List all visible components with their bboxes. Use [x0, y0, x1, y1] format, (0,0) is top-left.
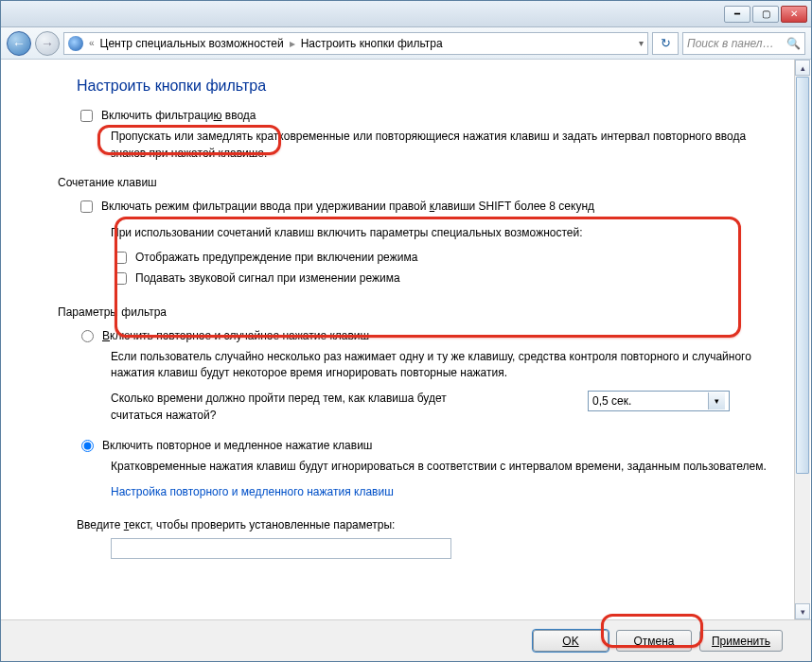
- scrollbar-thumb[interactable]: [796, 77, 809, 474]
- forward-arrow-icon: →: [41, 36, 54, 51]
- minimize-icon: ━: [734, 9, 740, 19]
- close-button[interactable]: ✕: [781, 6, 807, 23]
- nav-back-button[interactable]: ←: [7, 31, 31, 56]
- shortcut-sub-heading: При использовании сочетаний клавиш включ…: [111, 225, 775, 241]
- slow-keys-description: Кратковременные нажатия клавиш будут игн…: [111, 459, 775, 475]
- dialog-footer: OK Отмена Применить: [1, 619, 811, 661]
- breadcrumb-item[interactable]: Центр специальных возможностей: [100, 37, 284, 50]
- vertical-scrollbar[interactable]: ▴ ▾: [794, 60, 810, 619]
- enable-filter-checkbox[interactable]: [80, 110, 93, 122]
- shift-shortcut-label: Включать режим фильтрации ввода при удер…: [101, 199, 594, 215]
- bounce-keys-description: Если пользователь случайно несколько раз…: [111, 349, 775, 382]
- maximize-button[interactable]: ▢: [752, 6, 779, 23]
- scroll-up-button[interactable]: ▴: [795, 60, 810, 76]
- slow-keys-settings-link[interactable]: Настройка повторного и медленного нажати…: [111, 484, 775, 500]
- enable-filter-label: Включить фильтрацию ввода: [101, 108, 256, 124]
- page-title: Настроить кнопки фильтра: [77, 75, 775, 96]
- test-input[interactable]: [111, 538, 451, 559]
- maximize-icon: ▢: [762, 9, 770, 19]
- search-input[interactable]: Поиск в панел… 🔍: [682, 32, 805, 55]
- breadcrumb-item[interactable]: Настроить кнопки фильтра: [301, 37, 443, 50]
- play-sound-checkbox[interactable]: [115, 272, 127, 285]
- apply-button[interactable]: Применить: [699, 630, 783, 652]
- back-arrow-icon: ←: [12, 36, 26, 51]
- shift-shortcut-checkbox[interactable]: [80, 200, 93, 213]
- content-area: Настроить кнопки фильтра Включить фильтр…: [1, 60, 811, 619]
- chevron-left-icon: «: [89, 38, 95, 48]
- chevron-down-icon: ▾: [801, 607, 805, 617]
- cancel-button[interactable]: Отмена: [616, 630, 692, 652]
- nav-forward-button[interactable]: →: [35, 31, 60, 56]
- show-warning-label: Отображать предупреждение при включении …: [135, 250, 417, 266]
- test-input-label: Введите текст, чтобы проверить установле…: [77, 517, 775, 533]
- control-panel-icon: [68, 36, 83, 51]
- dropdown-value: 0,5 сек.: [592, 393, 631, 409]
- slow-keys-radio[interactable]: [81, 440, 94, 452]
- scroll-down-button[interactable]: ▾: [795, 603, 810, 619]
- play-sound-label: Подавать звуковой сигнал при изменении р…: [135, 270, 400, 287]
- refresh-button[interactable]: ↻: [652, 32, 679, 55]
- bounce-keys-radio[interactable]: [81, 330, 94, 342]
- breadcrumb-bar[interactable]: « Центр специальных возможностей ▸ Настр…: [63, 32, 648, 55]
- title-bar: ━ ▢ ✕: [1, 1, 811, 27]
- nav-bar: ← → « Центр специальных возможностей ▸ Н…: [1, 27, 811, 60]
- shortcut-section-label: Сочетание клавиш: [58, 175, 775, 191]
- search-icon: 🔍: [786, 37, 801, 50]
- chevron-down-icon[interactable]: ▾: [708, 392, 725, 409]
- bounce-keys-label: Включить повторное и случайное нажатие к…: [102, 328, 369, 344]
- slow-keys-label: Включить повторное и медленное нажатие к…: [102, 438, 373, 454]
- close-icon: ✕: [790, 9, 798, 19]
- search-placeholder: Поиск в панел…: [687, 37, 774, 50]
- bounce-time-dropdown[interactable]: 0,5 сек. ▾: [588, 391, 730, 411]
- enable-filter-description: Пропускать или замедлять кратковременные…: [111, 129, 775, 162]
- minimize-button[interactable]: ━: [724, 6, 750, 23]
- filter-params-section-label: Параметры фильтра: [58, 305, 775, 321]
- refresh-icon: ↻: [661, 36, 671, 50]
- chevron-right-icon: ▸: [290, 37, 295, 50]
- ok-button[interactable]: OK: [533, 630, 609, 652]
- chevron-up-icon: ▴: [801, 63, 805, 73]
- chevron-down-icon[interactable]: ▾: [639, 38, 644, 48]
- show-warning-checkbox[interactable]: [115, 252, 127, 264]
- bounce-time-question: Сколько времени должно пройти перед тем,…: [111, 391, 470, 424]
